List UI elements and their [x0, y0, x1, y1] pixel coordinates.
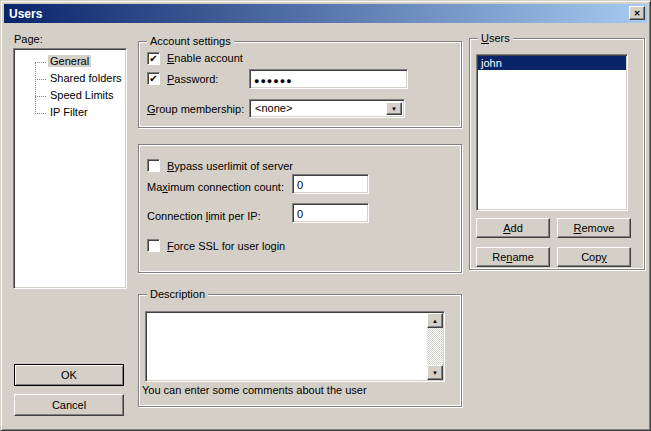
- enable-account-label: Enable account: [167, 52, 243, 64]
- password-input[interactable]: [249, 69, 408, 89]
- users-listbox[interactable]: john: [476, 54, 628, 211]
- tree-item-label[interactable]: Speed Limits: [48, 89, 116, 101]
- users-group-title: Users: [478, 32, 513, 45]
- check-icon: ✔: [149, 73, 157, 84]
- scroll-up-button[interactable]: ▲: [427, 313, 443, 328]
- description-hint: You can enter some comments about the us…: [142, 384, 367, 396]
- page-label: Page:: [14, 33, 43, 45]
- connections-per-ip-input[interactable]: [292, 203, 369, 223]
- remove-button[interactable]: Remove: [557, 218, 631, 238]
- page-tree[interactable]: General Shared folders Speed Limits IP F…: [13, 48, 127, 289]
- copy-button[interactable]: Copy: [557, 247, 631, 267]
- tree-item-shared-folders[interactable]: Shared folders: [14, 71, 126, 88]
- max-connections-input[interactable]: [292, 174, 369, 194]
- group-membership-select[interactable]: <none> ▼: [249, 99, 405, 118]
- connection-limits-group: Bypass userlimit of server Maximum conne…: [138, 144, 462, 273]
- enable-account-checkbox[interactable]: ✔: [147, 52, 160, 65]
- chevron-down-icon: ▼: [391, 106, 397, 112]
- bypass-userlimit-label: Bypass userlimit of server: [167, 160, 293, 172]
- cancel-button[interactable]: Cancel: [14, 394, 124, 416]
- tree-item-label[interactable]: IP Filter: [48, 106, 90, 118]
- force-ssl-checkbox[interactable]: [147, 239, 160, 252]
- description-textarea[interactable]: [147, 313, 428, 380]
- rename-button[interactable]: Rename: [476, 247, 550, 267]
- password-checkbox[interactable]: ✔: [147, 72, 160, 85]
- users-dialog: Users ✕ Page: General Shared folders Spe…: [0, 0, 651, 431]
- close-button[interactable]: ✕: [629, 6, 645, 20]
- check-icon: ✔: [149, 53, 157, 64]
- user-list-item[interactable]: john: [478, 56, 626, 70]
- title-bar[interactable]: Users ✕: [4, 4, 647, 23]
- description-textarea-frame: ▲ ▼: [145, 311, 445, 382]
- account-settings-group: Account settings ✔ Enable account ✔ Pass…: [138, 41, 462, 128]
- dropdown-button[interactable]: ▼: [386, 102, 402, 115]
- group-membership-label: Group membership:: [147, 103, 244, 115]
- description-group: Description ▲ ▼ You can enter some comme…: [138, 294, 462, 407]
- tree-item-general[interactable]: General: [14, 54, 126, 71]
- scroll-down-button[interactable]: ▼: [427, 365, 443, 380]
- scroll-down-icon: ▼: [432, 370, 438, 376]
- password-label: Password:: [167, 73, 218, 85]
- ok-button[interactable]: OK: [14, 364, 124, 386]
- group-membership-value: <none>: [255, 102, 384, 114]
- scroll-up-icon: ▲: [432, 318, 438, 324]
- force-ssl-label: Force SSL for user login: [167, 240, 285, 252]
- tree-item-label[interactable]: General: [48, 55, 91, 67]
- account-settings-title: Account settings: [147, 35, 234, 48]
- bypass-userlimit-checkbox[interactable]: [147, 159, 160, 172]
- description-title: Description: [147, 288, 208, 301]
- add-button[interactable]: Add: [476, 218, 550, 238]
- tree-item-ip-filter[interactable]: IP Filter: [14, 105, 126, 122]
- connections-per-ip-label: Connection limit per IP:: [147, 210, 261, 222]
- max-connections-label: Maximum connection count:: [147, 181, 284, 193]
- users-group: Users john Add Remove Rename Copy: [469, 38, 645, 270]
- description-scrollbar[interactable]: ▲ ▼: [427, 313, 443, 380]
- window-title: Users: [9, 7, 42, 21]
- tree-item-speed-limits[interactable]: Speed Limits: [14, 88, 126, 105]
- tree-item-label[interactable]: Shared folders: [48, 72, 124, 84]
- close-icon: ✕: [634, 9, 641, 18]
